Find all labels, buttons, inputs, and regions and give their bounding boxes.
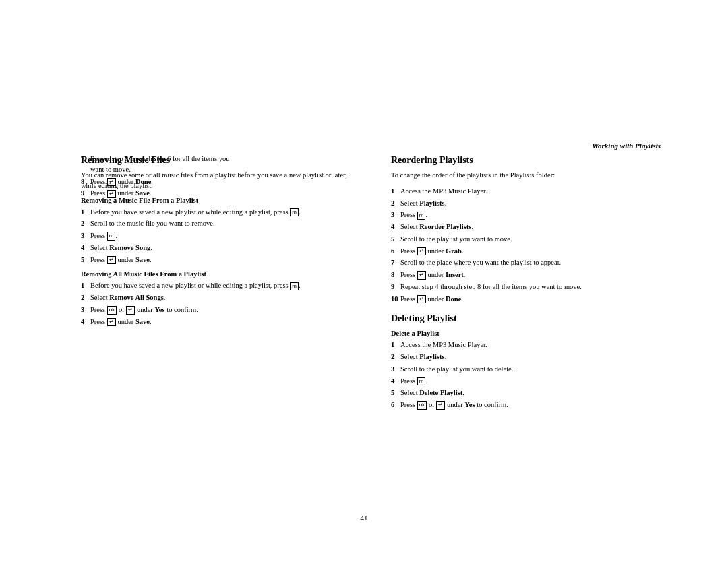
delete-playlist-subsection: Delete a Playlist: [391, 330, 674, 337]
step-item: 2 Select Remove All Songs.: [81, 292, 364, 303]
step-item: 2 Scroll to the music file you want to r…: [81, 218, 364, 229]
page: Working with Playlists 7 Repeat step 3 t…: [0, 0, 728, 562]
step-item: 4 Press ↵ under Save.: [81, 317, 364, 327]
softkey-icon: ↵: [417, 271, 426, 279]
step-item: 8 Press ↵ under Insert.: [391, 270, 674, 280]
removing-single-file-steps: 1 Before you have saved a new playlist o…: [81, 207, 364, 266]
softkey-icon: ↵: [126, 306, 135, 314]
ok-icon: ok: [107, 306, 117, 314]
step-item: 6 Press ok or ↵ under Yes to confirm.: [391, 400, 674, 410]
softkey-icon: ↵: [417, 295, 426, 303]
removing-music-files-intro: You can remove some or all music files f…: [81, 170, 364, 191]
step-item: 3 Press ok or ↵ under Yes to confirm.: [81, 305, 364, 315]
step-item: 1 Access the MP3 Music Player.: [391, 186, 674, 197]
step-item: 1 Before you have saved a new playlist o…: [81, 280, 364, 291]
step-item: 3 Press m.: [81, 230, 364, 241]
step-item: 7 Scroll to the place where you want the…: [391, 257, 674, 268]
step-item: 1 Before you have saved a new playlist o…: [81, 207, 364, 218]
step-item: 1 Access the MP3 Music Player.: [391, 340, 674, 350]
chapter-title: Working with Playlists: [592, 142, 661, 150]
reordering-playlists-title: Reordering Playlists: [391, 155, 674, 166]
menu-icon: m: [290, 208, 299, 216]
menu-icon: m: [290, 282, 299, 290]
menu-icon: m: [417, 212, 426, 220]
left-column: Removing Music Files You can remove some…: [81, 155, 364, 412]
step-item: 3 Scroll to the playlist you want to del…: [391, 364, 674, 375]
step-item: 5 Scroll to the playlist you want to mov…: [391, 234, 674, 245]
softkey-icon: ↵: [417, 247, 426, 255]
step-item: 5 Select Delete Playlist.: [391, 387, 674, 398]
ok-icon: ok: [417, 401, 427, 409]
deleting-playlist-title: Deleting Playlist: [391, 313, 674, 324]
menu-icon: m: [417, 377, 426, 385]
step-item: 4 Select Remove Song.: [81, 243, 364, 253]
step-item: 9 Repeat step 4 through step 8 for all t…: [391, 282, 674, 292]
delete-steps: 1 Access the MP3 Music Player. 2 Select …: [391, 340, 674, 410]
softkey-icon: ↵: [107, 256, 116, 264]
softkey-icon: ↵: [436, 401, 445, 409]
reordering-steps: 1 Access the MP3 Music Player. 2 Select …: [391, 186, 674, 305]
menu-icon: m: [107, 232, 116, 240]
page-number: 41: [361, 513, 368, 522]
content-area: Removing Music Files You can remove some…: [81, 155, 674, 412]
step-item: 4 Press m.: [391, 376, 674, 387]
step-item: 3 Press m.: [391, 210, 674, 220]
reordering-playlists-intro: To change the order of the playlists in …: [391, 170, 674, 181]
right-column: Reordering Playlists To change the order…: [391, 155, 674, 412]
softkey-icon: ↵: [107, 318, 116, 326]
removing-all-files-steps: 1 Before you have saved a new playlist o…: [81, 280, 364, 327]
removing-single-file-title: Removing a Music File From a Playlist: [81, 197, 364, 204]
step-item: 2 Select Playlists.: [391, 198, 674, 209]
removing-music-files-title: Removing Music Files: [81, 155, 364, 166]
removing-all-files-title: Removing All Music Files From a Playlist: [81, 270, 364, 278]
step-item: 6 Press ↵ under Grab.: [391, 246, 674, 257]
step-item: 5 Press ↵ under Save.: [81, 255, 364, 266]
step-item: 4 Select Reorder Playlists.: [391, 222, 674, 232]
step-item: 10 Press ↵ under Done.: [391, 294, 674, 305]
step-item: 2 Select Playlists.: [391, 352, 674, 363]
